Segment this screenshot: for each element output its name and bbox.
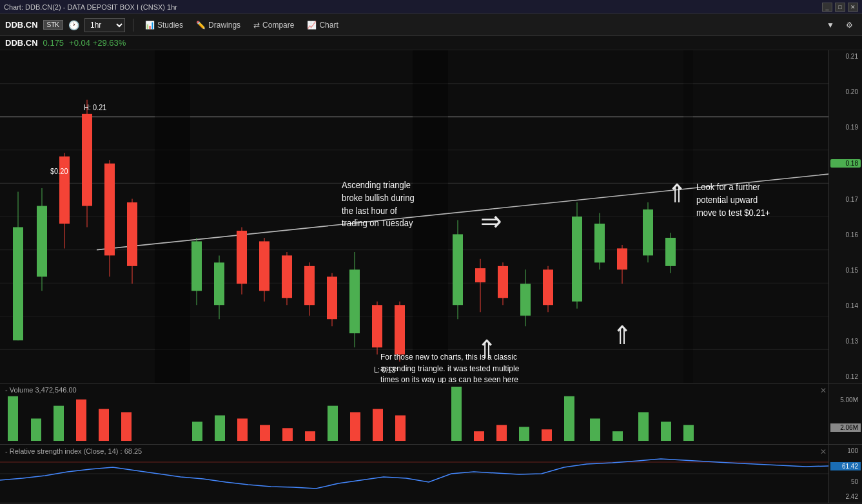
- svg-rect-94: [305, 431, 315, 441]
- compare-button[interactable]: ⇄ Compare: [250, 19, 298, 31]
- svg-rect-85: [54, 406, 64, 441]
- svg-rect-83: [8, 396, 18, 441]
- svg-rect-90: [215, 415, 225, 441]
- toolbar-divider: [133, 19, 133, 32]
- svg-rect-96: [350, 412, 360, 441]
- settings-dropdown[interactable]: ▼: [823, 19, 838, 31]
- svg-rect-92: [260, 425, 270, 441]
- svg-rect-31: [214, 262, 224, 305]
- rsi-tick-242: 2.42: [830, 493, 861, 500]
- rsi-tick-61: 61.42: [830, 462, 861, 470]
- rsi-tick-100: 100: [830, 447, 861, 454]
- svg-text:⇑: ⇑: [612, 321, 632, 349]
- svg-rect-103: [542, 429, 552, 441]
- toolbar: DDB.CN STK 🕐 1hr 5min 15min 1D 📊 Studies…: [0, 14, 862, 36]
- svg-rect-66: [643, 209, 653, 255]
- window-title: Chart: DDB.CN(2) - DATA DEPOSIT BOX I (C…: [4, 3, 822, 11]
- svg-rect-58: [543, 269, 553, 305]
- svg-rect-17: [37, 206, 47, 277]
- toolbar-ticker: DDB.CN: [5, 20, 38, 30]
- volume-axis: 5.00M 2.06M: [828, 383, 862, 444]
- price-tick-018-current: 0.18: [830, 159, 861, 168]
- svg-text:times on its way up as can be : times on its way up as can be seen here: [380, 374, 518, 383]
- main-chart[interactable]: H: 0.21 $0.20: [0, 50, 862, 383]
- svg-rect-29: [191, 241, 202, 291]
- compare-icon: ⇄: [253, 21, 260, 30]
- svg-rect-62: [594, 224, 605, 262]
- price-ticker: DDB.CN: [5, 38, 38, 48]
- price-tick-016: 0.16: [830, 231, 861, 238]
- svg-text:$0.20: $0.20: [50, 168, 68, 176]
- chart-button[interactable]: 📈 Chart: [303, 19, 342, 31]
- svg-rect-39: [304, 266, 315, 305]
- timeframe-select[interactable]: 1hr 5min 15min 1D: [84, 18, 125, 32]
- svg-rect-100: [474, 431, 484, 441]
- window-controls: _ □ ✕: [822, 3, 858, 12]
- svg-rect-56: [520, 284, 531, 315]
- svg-text:move to test $0.21+: move to test $0.21+: [696, 208, 770, 218]
- minimize-btn[interactable]: _: [822, 3, 832, 12]
- rsi-label: - Relative strength index (Close, 14) : …: [5, 447, 142, 455]
- price-tick-017: 0.17: [830, 196, 861, 203]
- rsi-tick-50: 50: [830, 478, 861, 485]
- svg-text:Look for a further: Look for a further: [696, 182, 760, 193]
- svg-text:⇒: ⇒: [480, 205, 502, 237]
- drawings-button[interactable]: ✏️ Drawings: [192, 19, 244, 31]
- svg-rect-108: [661, 422, 671, 441]
- svg-rect-41: [327, 276, 337, 319]
- svg-rect-60: [572, 217, 582, 302]
- svg-rect-107: [638, 412, 649, 441]
- close-btn[interactable]: ✕: [848, 3, 858, 12]
- price-tick-012: 0.12: [830, 373, 861, 380]
- svg-text:H: 0.21: H: 0.21: [84, 104, 106, 112]
- price-tick-015: 0.15: [830, 267, 861, 274]
- svg-rect-47: [395, 305, 405, 354]
- svg-rect-52: [475, 268, 485, 282]
- svg-rect-54: [498, 266, 508, 298]
- clock-icon: 🕐: [68, 20, 79, 30]
- svg-text:trading on Tuesday: trading on Tuesday: [342, 218, 413, 229]
- svg-rect-25: [104, 164, 115, 256]
- price-tick-013: 0.13: [830, 338, 861, 345]
- svg-text:broke bullish during: broke bullish during: [342, 193, 415, 203]
- price-tick-019: 0.19: [830, 124, 861, 131]
- svg-rect-91: [237, 418, 248, 441]
- volume-svg: [0, 383, 828, 444]
- svg-rect-12: [683, 50, 693, 383]
- svg-text:ascending triangle. it was tes: ascending triangle. it was tested multip…: [380, 364, 519, 374]
- svg-rect-87: [99, 409, 109, 441]
- svg-rect-101: [496, 425, 507, 441]
- svg-rect-102: [519, 427, 529, 441]
- svg-rect-88: [121, 412, 132, 441]
- svg-rect-86: [76, 400, 86, 441]
- candlestick-svg: H: 0.21 $0.20: [0, 50, 828, 383]
- studies-button[interactable]: 📊 Studies: [141, 19, 187, 31]
- svg-rect-64: [617, 248, 627, 269]
- svg-rect-19: [59, 157, 70, 224]
- vol-tick-206k: 2.06M: [830, 423, 861, 432]
- svg-rect-84: [31, 418, 41, 441]
- price-tick-020: 0.20: [830, 88, 861, 95]
- title-bar: Chart: DDB.CN(2) - DATA DEPOSIT BOX I (C…: [0, 0, 862, 14]
- drawings-icon: ✏️: [196, 21, 206, 30]
- svg-rect-35: [259, 241, 269, 291]
- svg-rect-21: [82, 114, 92, 206]
- svg-rect-27: [127, 202, 137, 266]
- settings-btn[interactable]: ⚙: [842, 19, 857, 31]
- svg-text:the last hour of: the last hour of: [342, 206, 397, 216]
- price-axis: 0.21 0.20 0.19 0.18 0.17 0.16 0.15 0.14 …: [828, 50, 862, 383]
- svg-rect-50: [453, 234, 463, 305]
- svg-rect-109: [683, 425, 694, 441]
- svg-rect-89: [192, 422, 202, 441]
- volume-value: 3,472,546.00: [35, 386, 76, 394]
- chart-wrapper: H: 0.21 $0.20: [0, 50, 862, 503]
- svg-text:⇑: ⇑: [667, 179, 687, 208]
- svg-rect-93: [282, 428, 293, 441]
- restore-btn[interactable]: □: [835, 3, 845, 12]
- svg-rect-68: [665, 238, 676, 266]
- svg-rect-99: [451, 387, 462, 441]
- svg-text:potential upward: potential upward: [696, 195, 758, 206]
- svg-rect-43: [349, 269, 360, 333]
- svg-rect-97: [373, 409, 383, 441]
- rsi-axis: 100 61.42 50 2.42: [828, 445, 862, 503]
